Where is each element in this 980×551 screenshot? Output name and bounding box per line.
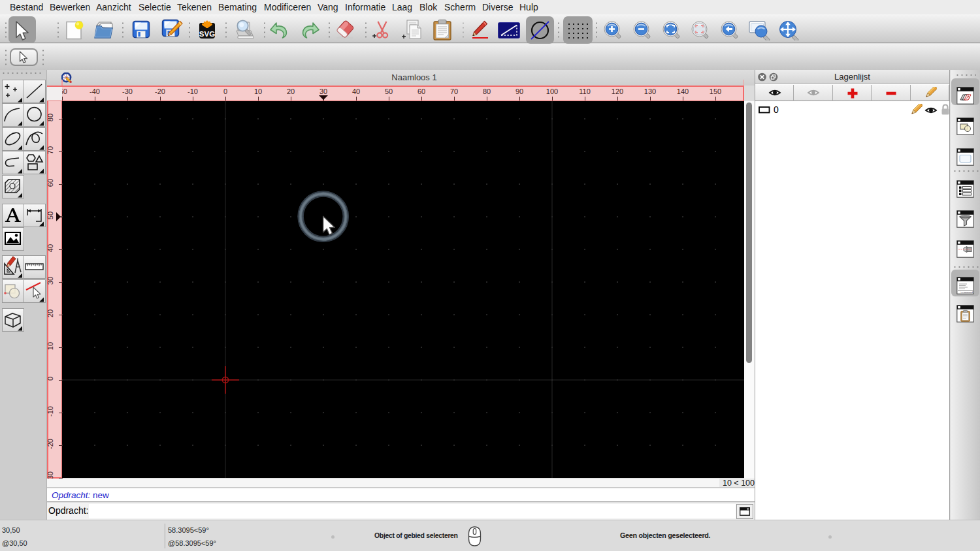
svg-text:> command: > command	[960, 291, 973, 294]
svg-text:SVG: SVG	[199, 30, 215, 38]
